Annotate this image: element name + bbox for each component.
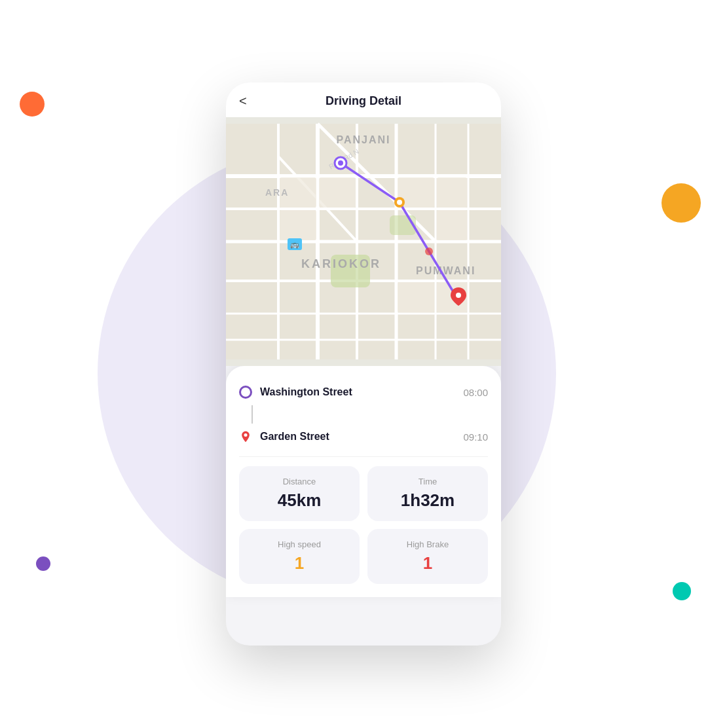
start-time: 08:00 [463,387,488,398]
svg-rect-21 [437,177,467,208]
high-brake-value: 1 [423,553,432,573]
high-speed-value: 1 [295,553,304,573]
svg-point-33 [338,160,343,166]
time-card: Time 1h32m [367,466,488,521]
high-brake-card: High Brake 1 [367,529,488,584]
distance-value: 45km [278,490,322,511]
svg-rect-23 [398,282,434,312]
svg-rect-18 [319,177,356,208]
svg-point-36 [425,247,433,255]
phone-frame: < Driving Detail [226,82,501,646]
end-route-row: Garden Street 09:10 [239,426,488,447]
end-time: 09:10 [463,431,488,443]
high-speed-card: High speed 1 [239,529,360,584]
route-connector [239,403,488,426]
start-route-left: Washington Street [239,386,352,399]
svg-text:KARIOKOR: KARIOKOR [301,257,381,270]
map-view: PANJANI ARA KARIOKOR PUMWANI Ring Rd N 🚌 [226,117,501,366]
svg-point-38 [456,293,461,298]
high-speed-label: High speed [278,539,321,549]
decorative-dot-yellow [662,183,701,223]
map-svg: PANJANI ARA KARIOKOR PUMWANI Ring Rd N 🚌 [226,117,501,366]
distance-card: Distance 45km [239,466,360,521]
svg-text:🚌: 🚌 [290,240,299,249]
end-route-left: Garden Street [239,430,329,443]
bottom-card: Washington Street 08:00 Garden Street 09… [226,366,501,597]
start-street: Washington Street [260,386,352,398]
start-icon [239,386,252,399]
time-value: 1h32m [401,490,455,511]
start-route-row: Washington Street 08:00 [239,382,488,403]
decorative-dot-purple [36,556,50,571]
end-street: Garden Street [260,431,329,443]
svg-text:PUMWANI: PUMWANI [416,265,475,276]
high-brake-label: High Brake [407,539,449,549]
back-button[interactable]: < [239,94,247,109]
svg-text:ARA: ARA [265,187,289,198]
svg-point-35 [397,200,402,205]
decorative-dot-orange [20,92,45,117]
page-title: Driving Detail [326,94,401,108]
decorative-dot-teal [673,582,691,600]
time-label: Time [419,477,437,486]
stats-grid: Distance 45km Time 1h32m High speed 1 Hi… [239,466,488,584]
svg-text:PANJANI: PANJANI [336,134,390,145]
svg-point-39 [244,433,248,437]
svg-rect-19 [280,210,316,240]
card-divider [239,456,488,457]
distance-label: Distance [283,477,316,486]
connector-line [252,405,253,424]
page-header: < Driving Detail [226,82,501,117]
end-icon [239,430,252,443]
svg-rect-22 [437,210,467,240]
